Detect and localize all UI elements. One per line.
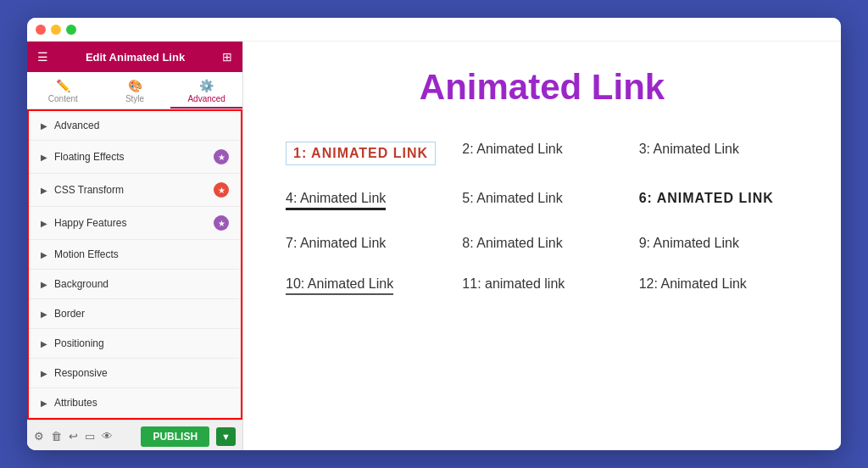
link-11[interactable]: 11: animated link [462, 276, 565, 291]
menu-item-happy-features[interactable]: ▶ Happy Features ★ [29, 207, 241, 240]
settings-icon[interactable]: ⚙ [34, 430, 44, 443]
menu-item-motion-label: Motion Effects [54, 248, 119, 260]
menu-item-floating-label: Floating Effects [54, 151, 125, 163]
link-10[interactable]: 10: Animated Link [286, 276, 393, 295]
chevron-icon: ▶ [41, 121, 47, 131]
traffic-lights [36, 25, 76, 35]
happy-badge: ★ [214, 215, 229, 231]
link-item-7[interactable]: 7: Animated Link [286, 236, 445, 251]
floating-badge: ★ [214, 149, 229, 164]
gear-icon: ⚙️ [199, 79, 214, 92]
link-item-11[interactable]: 11: animated link [462, 276, 621, 295]
menu-item-bg-label: Background [54, 278, 108, 290]
link-4[interactable]: 4: Animated Link [286, 191, 386, 210]
menu-item-attributes[interactable]: ▶ Attributes [29, 388, 241, 418]
publish-button[interactable]: PUBLISH [141, 426, 209, 447]
menu-item-positioning[interactable]: ▶ Positioning [29, 329, 241, 359]
tab-content-label: Content [48, 94, 78, 103]
link-item-8[interactable]: 8: Animated Link [462, 236, 621, 251]
page-title: Animated Link [277, 67, 807, 108]
sidebar-menu: ▶ Advanced ▶ Floating Effects ★ ▶ CSS Tr… [29, 111, 241, 418]
link-item-5[interactable]: 5: Animated Link [462, 191, 621, 210]
menu-item-css-label: CSS Transform [54, 184, 124, 196]
menu-item-border[interactable]: ▶ Border [29, 299, 241, 329]
close-button[interactable] [36, 25, 46, 35]
menu-item-advanced-label: Advanced [54, 120, 99, 131]
tab-advanced[interactable]: ⚙️ Advanced [170, 72, 242, 109]
menu-item-floating-effects[interactable]: ▶ Floating Effects ★ [29, 141, 241, 174]
link-7[interactable]: 7: Animated Link [286, 236, 386, 250]
link-item-6[interactable]: 6: ANIMATED LINK [639, 191, 798, 210]
menu-item-happy-label: Happy Features [54, 217, 126, 229]
menu-item-css-transform[interactable]: ▶ CSS Transform ★ [29, 174, 241, 207]
chevron-icon: ▶ [41, 309, 47, 319]
link-3[interactable]: 3: Animated Link [639, 142, 739, 156]
link-item-2[interactable]: 2: Animated Link [462, 142, 621, 165]
grid-icon[interactable]: ⊞ [222, 50, 232, 64]
tab-content[interactable]: ✏️ Content [27, 72, 99, 109]
chevron-icon: ▶ [41, 398, 47, 408]
menu-item-attr-label: Attributes [54, 397, 97, 409]
menu-item-responsive[interactable]: ▶ Responsive [29, 359, 241, 388]
chevron-icon: ▶ [41, 153, 47, 162]
menu-item-pos-label: Positioning [54, 337, 104, 349]
link-5[interactable]: 5: Animated Link [462, 191, 562, 205]
menu-item-advanced[interactable]: ▶ Advanced [29, 111, 241, 141]
menu-item-border-label: Border [54, 308, 85, 320]
tab-advanced-label: Advanced [187, 94, 225, 103]
hamburger-icon[interactable]: ☰ [37, 50, 48, 64]
chevron-icon: ▶ [41, 339, 47, 348]
tab-style[interactable]: 🎨 Style [99, 72, 171, 109]
publish-dropdown-button[interactable]: ▼ [216, 427, 236, 446]
link-2[interactable]: 2: Animated Link [462, 142, 562, 156]
eye-icon[interactable]: 👁 [102, 430, 113, 443]
maximize-button[interactable] [66, 25, 76, 35]
menu-highlight-box: ▶ Advanced ▶ Floating Effects ★ ▶ CSS Tr… [27, 109, 242, 420]
link-1[interactable]: 1: ANIMATED LINK [286, 142, 436, 165]
link-6[interactable]: 6: ANIMATED LINK [639, 191, 774, 205]
sidebar: ☰ Edit Animated Link ⊞ ✏️ Content 🎨 Styl… [27, 42, 243, 450]
chevron-icon: ▶ [41, 186, 47, 195]
links-grid: 1: ANIMATED LINK 2: Animated Link 3: Ani… [277, 142, 807, 295]
pencil-icon: ✏️ [56, 79, 70, 92]
chevron-icon: ▶ [41, 250, 47, 259]
widget-icon[interactable]: ▭ [85, 430, 95, 443]
link-item-3[interactable]: 3: Animated Link [639, 142, 798, 165]
link-item-4[interactable]: 4: Animated Link [286, 191, 445, 210]
link-item-10[interactable]: 10: Animated Link [286, 276, 445, 295]
link-item-9[interactable]: 9: Animated Link [639, 236, 798, 251]
app-window: ☰ Edit Animated Link ⊞ ✏️ Content 🎨 Styl… [27, 18, 841, 450]
menu-item-resp-label: Responsive [54, 367, 108, 379]
chevron-icon: ▶ [41, 219, 47, 228]
sidebar-header: ☰ Edit Animated Link ⊞ [27, 42, 242, 72]
trash-icon[interactable]: 🗑 [51, 430, 62, 443]
sidebar-title: Edit Animated Link [86, 51, 185, 64]
sidebar-footer: ⚙ 🗑 ↩ ▭ 👁 PUBLISH ▼ [27, 420, 242, 450]
content-area: Animated Link 1: ANIMATED LINK 2: Animat… [243, 42, 841, 450]
style-icon: 🎨 [128, 79, 142, 92]
link-9[interactable]: 9: Animated Link [639, 236, 739, 250]
link-item-1[interactable]: 1: ANIMATED LINK [286, 142, 445, 165]
css-badge: ★ [214, 182, 229, 198]
link-12[interactable]: 12: Animated Link [639, 276, 747, 291]
chevron-icon: ▶ [41, 369, 47, 378]
chevron-icon: ▶ [41, 280, 47, 289]
link-8[interactable]: 8: Animated Link [462, 236, 562, 250]
menu-item-background[interactable]: ▶ Background [29, 270, 241, 299]
undo-icon[interactable]: ↩ [69, 430, 78, 443]
menu-item-motion-effects[interactable]: ▶ Motion Effects [29, 240, 241, 270]
main-area: ☰ Edit Animated Link ⊞ ✏️ Content 🎨 Styl… [27, 42, 841, 450]
titlebar [27, 18, 841, 42]
sidebar-tabs: ✏️ Content 🎨 Style ⚙️ Advanced [27, 72, 242, 109]
link-item-12[interactable]: 12: Animated Link [639, 276, 798, 295]
tab-style-label: Style [125, 94, 144, 103]
minimize-button[interactable] [51, 25, 61, 35]
